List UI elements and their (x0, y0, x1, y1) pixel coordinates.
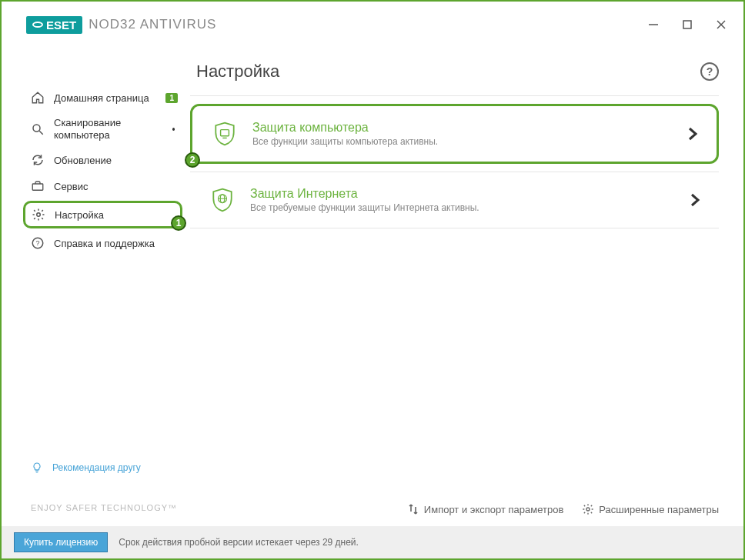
footer-actions: Импорт и экспорт параметров Расширенные … (190, 492, 719, 526)
sidebar-item-label: Сканирование компьютера (54, 117, 163, 141)
advanced-label: Расширенные параметры (599, 504, 719, 515)
trial-status: Срок действия пробной версии истекает че… (119, 537, 359, 548)
window-controls (646, 18, 736, 32)
product-name: NOD32 ANTIVIRUS (89, 17, 216, 32)
brand-text: ESET (46, 18, 76, 32)
step-marker-2: 2 (185, 152, 200, 168)
svg-rect-1 (683, 21, 691, 28)
recommend-label: Рекомендация другу (52, 462, 141, 473)
sidebar-item-help[interactable]: ? Справка и поддержка (2, 230, 190, 256)
page-title: Настройка (196, 62, 279, 82)
notification-badge: 1 (165, 93, 178, 103)
maximize-button[interactable] (680, 18, 694, 32)
sidebar-item-scan[interactable]: Сканирование компьютера (2, 111, 190, 147)
eye-icon (32, 22, 43, 28)
sidebar-item-tools[interactable]: Сервис (2, 173, 190, 199)
help-button[interactable]: ? (700, 62, 719, 81)
card-subtitle: Все требуемые функции защиты Интернета а… (250, 202, 690, 213)
logo: ESET NOD32 ANTIVIRUS (26, 16, 216, 34)
sidebar-item-label: Справка и поддержка (54, 238, 155, 249)
shield-monitor-icon (211, 120, 239, 148)
card-title: Защита компьютера (252, 121, 687, 135)
statusbar: Купить лицензию Срок действия пробной ве… (2, 526, 743, 558)
gear-icon (32, 208, 45, 222)
titlebar: ESET NOD32 ANTIVIRUS (2, 2, 743, 48)
chevron-right-icon (690, 192, 707, 208)
card-subtitle: Все функции защиты компьютера активны. (252, 136, 687, 147)
svg-rect-6 (32, 184, 43, 190)
shield-globe-icon (209, 186, 236, 214)
gear-icon (582, 503, 594, 515)
sidebar-item-home[interactable]: Домашняя страница 1 (2, 85, 190, 111)
recommend-link[interactable]: Рекомендация другу (2, 452, 190, 489)
advanced-settings-button[interactable]: Расширенные параметры (582, 503, 719, 515)
sidebar-item-label: Настройка (55, 209, 104, 221)
card-texts: Защита Интернета Все требуемые функции з… (250, 187, 690, 213)
main-panel: Настройка ? Защита компьютера Все функци… (190, 48, 743, 526)
card-title: Защита Интернета (250, 187, 690, 201)
svg-rect-10 (221, 130, 229, 136)
activity-dot-icon (172, 128, 175, 131)
sidebar-item-label: Сервис (54, 181, 89, 192)
lightbulb-icon (31, 462, 43, 474)
chevron-right-icon (687, 126, 704, 142)
sidebar-item-label: Домашняя страница (54, 92, 149, 104)
app-window: ESET NOD32 ANTIVIRUS Домашняя страница (0, 0, 745, 560)
divider (190, 95, 719, 96)
card-computer-protection[interactable]: Защита компьютера Все функции защиты ком… (190, 104, 719, 164)
card-internet-protection[interactable]: Защита Интернета Все требуемые функции з… (190, 172, 719, 228)
sidebar-item-setup[interactable]: Настройка 1 (23, 201, 182, 228)
import-export-button[interactable]: Импорт и экспорт параметров (407, 503, 563, 515)
main-header: Настройка ? (190, 48, 719, 95)
step-marker-1: 1 (171, 215, 186, 231)
svg-text:?: ? (35, 239, 39, 247)
sidebar: Домашняя страница 1 Сканирование компьют… (2, 48, 190, 526)
svg-point-4 (33, 125, 40, 132)
minimize-button[interactable] (646, 18, 660, 32)
sidebar-item-label: Обновление (54, 155, 112, 166)
svg-line-5 (39, 131, 43, 135)
toolbox-icon (31, 179, 45, 193)
tagline: ENJOY SAFER TECHNOLOGY™ (2, 489, 190, 526)
import-export-label: Импорт и экспорт параметров (424, 504, 563, 515)
home-icon (31, 91, 45, 105)
svg-point-7 (37, 213, 41, 217)
question-circle-icon: ? (31, 236, 45, 250)
refresh-icon (31, 153, 45, 167)
buy-license-button[interactable]: Купить лицензию (14, 532, 108, 552)
app-body: Домашняя страница 1 Сканирование компьют… (2, 48, 743, 526)
search-icon (31, 122, 45, 136)
card-texts: Защита компьютера Все функции защиты ком… (252, 121, 687, 147)
sidebar-item-update[interactable]: Обновление (2, 147, 190, 173)
close-button[interactable] (714, 18, 728, 32)
svg-point-15 (586, 508, 590, 511)
brand-badge: ESET (26, 16, 82, 34)
import-export-icon (407, 503, 419, 515)
